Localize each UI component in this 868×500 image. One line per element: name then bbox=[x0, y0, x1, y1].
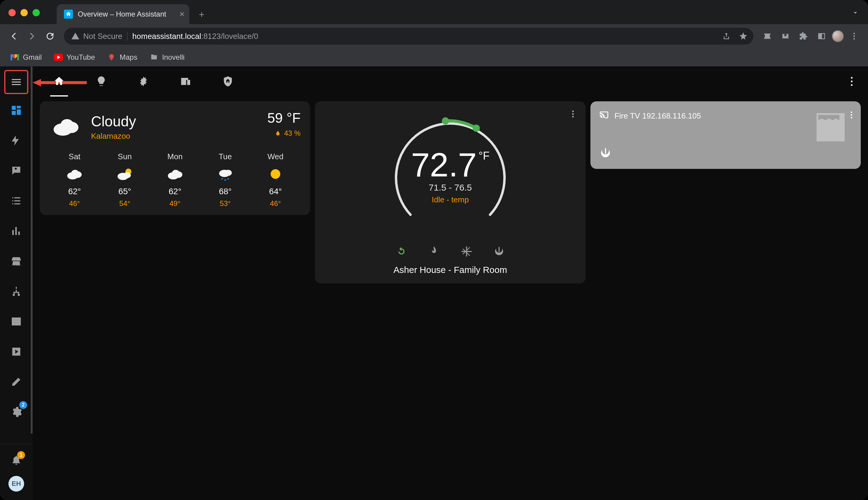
sidebar-item-overview[interactable] bbox=[7, 101, 25, 120]
view-tab-climate[interactable] bbox=[131, 66, 155, 96]
sidebar-toggle-button[interactable] bbox=[4, 70, 28, 94]
folder-icon bbox=[150, 53, 159, 62]
forecast-name: Wed bbox=[267, 152, 283, 161]
tab-close-button[interactable]: × bbox=[180, 9, 184, 19]
url-text: homeassistant.local :8123/lovelace/0 bbox=[132, 32, 258, 41]
warning-icon bbox=[71, 32, 80, 41]
youtube-icon bbox=[54, 53, 63, 62]
bookmark-youtube[interactable]: YouTube bbox=[51, 51, 97, 64]
share-button[interactable] bbox=[719, 29, 733, 43]
thermostat-modes bbox=[394, 244, 507, 259]
sidebar-item-energy[interactable] bbox=[7, 132, 25, 150]
svg-point-12 bbox=[61, 119, 73, 129]
extension-2-button[interactable] bbox=[778, 29, 793, 44]
profile-avatar-button[interactable] bbox=[832, 30, 844, 42]
url-domain: homeassistant.local bbox=[132, 32, 201, 41]
dashboard-grid: Cloudy Kalamazoo 59 °F 43 % bbox=[33, 96, 868, 288]
dashboard-menu-button[interactable] bbox=[843, 72, 861, 90]
svg-point-23 bbox=[224, 170, 232, 176]
window-controls bbox=[9, 9, 40, 16]
forecast-high: 64° bbox=[269, 187, 282, 196]
window-minimize-button[interactable] bbox=[21, 9, 28, 16]
sidebar: HACS 2 1 EH bbox=[0, 66, 33, 500]
thermostat-dial[interactable]: 72.7 °F 71.5 - 76.5 Idle - temp bbox=[384, 109, 517, 241]
sidebar-item-terminal[interactable] bbox=[7, 312, 25, 330]
bookmark-gmail[interactable]: Gmail bbox=[8, 51, 44, 64]
forecast-high: 68° bbox=[219, 187, 231, 196]
forecast-day: Mon 62° 49° bbox=[150, 152, 200, 208]
extension-1-button[interactable] bbox=[760, 29, 775, 44]
weather-forecast: Sat 62° 46° Sun 65° 54° Mon bbox=[49, 152, 300, 208]
bookmark-inovelli[interactable]: Inovelli bbox=[147, 51, 187, 64]
sidebar-item-list[interactable] bbox=[7, 192, 25, 210]
svg-point-15 bbox=[71, 170, 79, 176]
address-bar[interactable]: Not Secure homeassistant.local :8123/lov… bbox=[64, 28, 753, 45]
weather-cloudy-icon bbox=[65, 164, 84, 184]
view-tab-home[interactable] bbox=[47, 66, 71, 96]
side-panel-button[interactable] bbox=[814, 29, 830, 44]
svg-point-18 bbox=[124, 172, 131, 178]
weather-condition: Cloudy bbox=[91, 113, 136, 130]
media-player-card[interactable]: Fire TV 192.168.116.105 bbox=[590, 101, 861, 169]
view-tab-lights[interactable] bbox=[89, 66, 113, 96]
notifications-button[interactable]: 1 bbox=[9, 452, 24, 467]
mode-auto-button[interactable] bbox=[394, 244, 409, 259]
forecast-name: Sun bbox=[118, 152, 132, 161]
svg-point-29 bbox=[572, 113, 574, 115]
security-indicator[interactable]: Not Secure bbox=[71, 32, 123, 41]
bookmark-maps[interactable]: Maps bbox=[105, 51, 140, 64]
forecast-day: Sun 65° 54° bbox=[100, 152, 150, 208]
user-initials: EH bbox=[12, 480, 21, 488]
main-content: Cloudy Kalamazoo 59 °F 43 % bbox=[33, 66, 868, 500]
window-close-button[interactable] bbox=[9, 9, 16, 16]
browser-window: Overview – Home Assistant × ＋ Not Secure… bbox=[0, 0, 868, 500]
sidebar-item-people[interactable] bbox=[7, 162, 25, 180]
weather-card[interactable]: Cloudy Kalamazoo 59 °F 43 % bbox=[40, 101, 310, 215]
mode-cool-button[interactable] bbox=[459, 244, 474, 259]
nav-reload-button[interactable] bbox=[42, 29, 58, 44]
weather-humidity-value: 43 % bbox=[284, 129, 301, 137]
sidebar-item-history[interactable] bbox=[7, 222, 25, 240]
forecast-high: 62° bbox=[169, 187, 181, 196]
svg-point-25 bbox=[224, 180, 226, 181]
view-tab-devices[interactable] bbox=[174, 66, 198, 96]
chrome-menu-button[interactable] bbox=[846, 29, 862, 44]
card-menu-button[interactable] bbox=[566, 107, 580, 121]
bookmark-star-button[interactable] bbox=[736, 29, 751, 43]
svg-point-9 bbox=[851, 84, 853, 86]
bookmark-label: Maps bbox=[120, 53, 137, 61]
forecast-name: Tue bbox=[219, 152, 232, 161]
browser-tab-active[interactable]: Overview – Home Assistant × bbox=[57, 4, 189, 24]
forecast-low: 46° bbox=[270, 199, 281, 208]
forecast-low: 49° bbox=[170, 199, 181, 208]
sidebar-item-devtools[interactable] bbox=[7, 373, 25, 391]
mode-off-button[interactable] bbox=[491, 244, 507, 259]
media-art-placeholder-icon bbox=[810, 106, 852, 148]
sidebar-item-hacs[interactable]: HACS bbox=[7, 252, 25, 270]
thermostat-card[interactable]: 72.7 °F 71.5 - 76.5 Idle - temp A bbox=[315, 101, 585, 283]
sidebar-item-media[interactable] bbox=[7, 343, 25, 361]
sidebar-item-settings[interactable]: 2 bbox=[7, 403, 25, 421]
svg-point-21 bbox=[172, 170, 179, 176]
user-avatar-button[interactable]: EH bbox=[9, 476, 24, 491]
nav-forward-button[interactable] bbox=[24, 29, 40, 44]
tab-search-button[interactable] bbox=[851, 9, 859, 18]
tab-strip: Overview – Home Assistant × ＋ bbox=[0, 0, 868, 24]
thermostat-name: Asher House - Family Room bbox=[394, 265, 507, 275]
window-zoom-button[interactable] bbox=[33, 9, 40, 16]
nav-back-button[interactable] bbox=[6, 29, 22, 44]
svg-point-24 bbox=[221, 178, 223, 180]
media-power-button[interactable] bbox=[599, 147, 612, 161]
new-tab-button[interactable]: ＋ bbox=[194, 7, 209, 22]
svg-point-1 bbox=[854, 36, 855, 37]
sidebar-scrollbar[interactable] bbox=[31, 66, 33, 434]
svg-point-32 bbox=[473, 125, 480, 132]
forecast-name: Sat bbox=[69, 152, 80, 161]
mode-heat-button[interactable] bbox=[426, 244, 442, 259]
view-tab-bar bbox=[33, 66, 868, 96]
extensions-button[interactable] bbox=[796, 29, 811, 44]
view-tab-security[interactable] bbox=[216, 66, 240, 96]
svg-point-3 bbox=[111, 56, 112, 57]
sidebar-item-network[interactable] bbox=[7, 282, 25, 300]
weather-location: Kalamazoo bbox=[91, 132, 136, 141]
